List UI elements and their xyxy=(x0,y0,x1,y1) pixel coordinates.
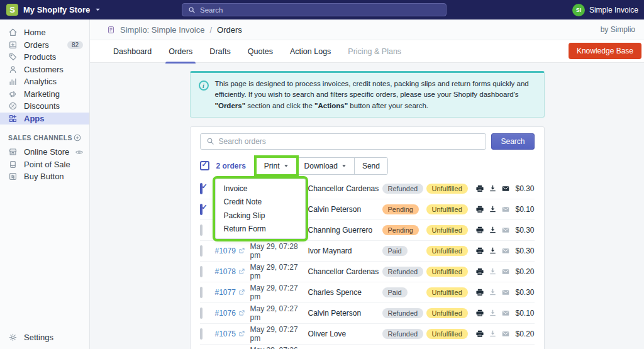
external-link-icon xyxy=(238,330,245,337)
print-button[interactable]: Print xyxy=(257,158,296,174)
mail-icon[interactable] xyxy=(501,288,510,297)
chevron-down-icon xyxy=(341,163,347,169)
search-icon xyxy=(188,6,196,14)
order-amount: $0.30 xyxy=(514,226,535,235)
print-menu-item[interactable]: Invoice xyxy=(216,183,305,194)
order-link[interactable]: #1077 xyxy=(215,288,250,297)
print-icon[interactable] xyxy=(475,288,484,297)
sidebar-item-analytics[interactable]: Analytics xyxy=(0,75,89,88)
external-link-icon xyxy=(238,268,245,275)
breadcrumb-app[interactable]: Simplio: Simple Invoice xyxy=(120,25,204,35)
table-row: #1074 May 29, 07:26 pm Channing Guerrero… xyxy=(200,345,535,349)
download-icon[interactable] xyxy=(489,288,497,296)
print-icon[interactable] xyxy=(475,184,484,193)
sidebar-item-label: Home xyxy=(24,28,83,37)
mail-icon[interactable] xyxy=(501,184,510,193)
sidebar-item-settings[interactable]: Settings xyxy=(0,331,89,344)
order-amount: $0.30 xyxy=(514,184,535,193)
sidebar-item-discounts[interactable]: Discounts xyxy=(0,100,89,113)
print-menu-item[interactable]: Credit Note xyxy=(216,196,305,208)
download-icon[interactable] xyxy=(489,247,497,255)
row-checkbox[interactable] xyxy=(200,204,203,215)
order-link[interactable]: #1078 xyxy=(215,267,250,276)
customer-name: Calvin Peterson xyxy=(308,205,382,214)
print-icon[interactable] xyxy=(475,330,484,338)
mail-icon[interactable] xyxy=(501,205,510,214)
tab-dashboard[interactable]: Dashboard xyxy=(113,40,152,63)
row-checkbox[interactable] xyxy=(200,307,203,319)
download-icon[interactable] xyxy=(489,226,497,234)
tab-drafts[interactable]: Drafts xyxy=(209,40,230,63)
print-menu-item[interactable]: Packing Slip xyxy=(216,210,305,221)
order-amount: $0.30 xyxy=(514,247,535,255)
row-checkbox[interactable] xyxy=(200,245,203,257)
download-icon[interactable] xyxy=(489,205,497,213)
print-icon[interactable] xyxy=(475,226,484,235)
send-button[interactable]: Send xyxy=(354,158,387,174)
tabs-list: DashboardOrdersDraftsQuotesAction LogsPr… xyxy=(113,40,401,63)
sidebar-item-orders[interactable]: Orders 82 xyxy=(0,39,89,52)
store-menu[interactable]: S My Shopify Store xyxy=(0,4,101,16)
select-all-checkbox[interactable] xyxy=(200,161,209,170)
sidebar-item-marketing[interactable]: Marketing xyxy=(0,88,89,101)
download-button[interactable]: Download xyxy=(296,158,354,174)
sidebar-item-label: Customers xyxy=(24,65,83,74)
sidebar-item-label: Apps xyxy=(24,114,83,123)
mail-icon[interactable] xyxy=(501,309,510,318)
row-checkbox[interactable] xyxy=(200,287,203,298)
mail-icon[interactable] xyxy=(501,267,510,276)
row-checkbox[interactable] xyxy=(200,183,203,194)
download-icon[interactable] xyxy=(489,330,497,338)
sidebar-item-label: Discounts xyxy=(24,101,83,111)
sidebar: Home Orders 82 Products Customers Ana xyxy=(0,19,90,349)
sidebar-item-buy-button[interactable]: Buy Button xyxy=(0,170,89,183)
eye-icon[interactable] xyxy=(75,148,84,157)
sidebar-item-online-store[interactable]: Online Store xyxy=(0,146,89,158)
print-icon[interactable] xyxy=(475,309,484,318)
order-date: May 29, 07:27 pm xyxy=(250,284,308,301)
print-icon[interactable] xyxy=(475,267,484,276)
tab-action-logs[interactable]: Action Logs xyxy=(290,40,331,63)
row-checkbox[interactable] xyxy=(200,224,203,236)
print-icon[interactable] xyxy=(475,205,484,214)
order-link[interactable]: #1076 xyxy=(215,309,250,318)
download-icon[interactable] xyxy=(489,184,497,192)
sidebar-item-home[interactable]: Home xyxy=(0,26,89,39)
knowledge-base-button[interactable]: Knowledge Base xyxy=(569,43,641,59)
order-amount: $0.30 xyxy=(514,288,535,297)
order-link[interactable]: #1079 xyxy=(215,247,250,255)
tab-orders[interactable]: Orders xyxy=(169,40,192,63)
mail-icon[interactable] xyxy=(501,330,510,338)
topbar: S My Shopify Store Search SI Simple Invo… xyxy=(0,0,644,19)
global-search-input[interactable]: Search xyxy=(182,3,447,16)
account-menu[interactable]: SI Simple Invoice xyxy=(572,0,638,19)
sales-channels-nav: Online Store Point of Sale Buy Button xyxy=(0,146,89,183)
download-icon[interactable] xyxy=(489,309,497,317)
mail-icon[interactable] xyxy=(501,247,510,255)
tab-quotes[interactable]: Quotes xyxy=(248,40,273,63)
search-button[interactable]: Search xyxy=(491,133,534,150)
customer-name: Channing Guerrero xyxy=(308,226,382,235)
tab-pricing-plans[interactable]: Pricing & Plans xyxy=(348,40,401,63)
download-icon[interactable] xyxy=(489,267,497,275)
external-link-icon xyxy=(238,247,245,254)
table-row: #1079 May 29, 07:28 pm Ivor Maynard Paid… xyxy=(200,241,535,262)
order-amount: $0.10 xyxy=(514,205,535,214)
sidebar-item-apps[interactable]: Apps xyxy=(0,113,89,125)
app-tabs: DashboardOrdersDraftsQuotesAction LogsPr… xyxy=(90,40,644,63)
row-checkbox[interactable] xyxy=(200,266,203,277)
row-checkbox[interactable] xyxy=(200,328,203,340)
print-icon[interactable] xyxy=(475,247,484,255)
mail-icon[interactable] xyxy=(501,226,510,235)
sidebar-item-customers[interactable]: Customers xyxy=(0,64,89,76)
sidebar-item-point-of-sale[interactable]: Point of Sale xyxy=(0,158,89,171)
fulfillment-status-badge: Unfulfilled xyxy=(426,308,468,318)
customer-name: Oliver Love xyxy=(308,330,382,338)
print-menu-item[interactable]: Return Form xyxy=(216,223,305,235)
order-link[interactable]: #1075 xyxy=(215,330,250,338)
sidebar-item-products[interactable]: Products xyxy=(0,51,89,64)
home-icon xyxy=(8,28,18,37)
orders-icon xyxy=(8,40,18,50)
add-channel-icon[interactable] xyxy=(73,133,82,142)
order-search-input[interactable]: Search orders xyxy=(200,133,487,150)
